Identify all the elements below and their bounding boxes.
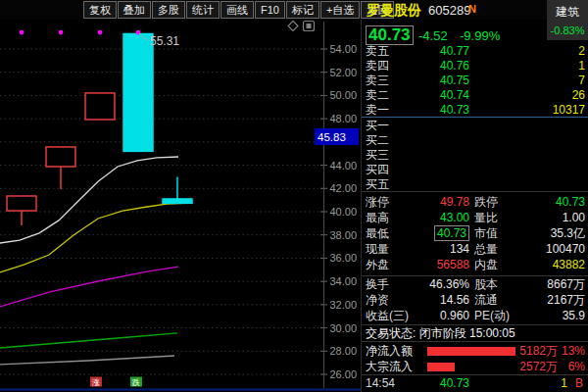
bid-level-row[interactable]: 买二 [362, 133, 588, 148]
stat-label: 股本 [474, 276, 498, 292]
menu-button-标记[interactable]: 标记 [286, 1, 319, 19]
stat-label: 净资 [366, 292, 389, 308]
flow-value: 2572万 [479, 359, 558, 374]
session-status: 交易状态: 闭市阶段 15:00:05 [362, 324, 588, 342]
flow-label: 大宗流入 [366, 359, 413, 374]
industry-board-button[interactable]: 建筑 -0.83% [547, 0, 588, 40]
candlestick-chart[interactable]: 54.0052.0050.0048.0044.0042.0040.0038.00… [0, 20, 361, 392]
stat-row: 换手46.36%股本8667万 [362, 275, 588, 292]
stat-value: 134 [391, 241, 469, 257]
stat-label: 总量 [474, 241, 498, 257]
menu-button-统计[interactable]: 统计 [186, 1, 220, 19]
ask-level-row[interactable]: 卖三40.757 [362, 74, 588, 88]
level-volume: 2 [578, 44, 585, 59]
stat-value: 40.73 [556, 194, 585, 210]
stat-value: 1.00 [563, 210, 585, 225]
axis-label: 26.00 [329, 368, 357, 380]
stat-value: 43882 [553, 257, 585, 272]
price-change-pct: -9.99% [460, 28, 500, 43]
flow-value: 5182万 [479, 343, 558, 359]
axis-label: 34.00 [329, 275, 357, 287]
level-volume: 1 [578, 59, 585, 74]
stats-grid: 涨停49.78跌停40.73最高43.00量比1.00最低40.73市值35.3… [362, 194, 588, 323]
signal-dot [59, 30, 64, 35]
ma-green-line [0, 333, 177, 348]
signal-dot [20, 30, 24, 35]
price-marker-text: 45.83 [318, 131, 346, 143]
stat-label: 跌停 [474, 194, 498, 210]
stat-row: 最低40.73市值35.3亿 [362, 225, 588, 241]
stat-value: 40.73 [391, 225, 469, 241]
axis-label: 28.00 [329, 345, 357, 357]
stat-row: 最高43.00量比1.00 [362, 210, 588, 225]
stat-row: 现量134总量100470 [362, 241, 588, 257]
panel-toggle-icon-inner [307, 24, 312, 28]
axis-label: 54.00 [329, 43, 357, 55]
ma-gray-line [0, 356, 174, 365]
stat-label: 市值 [474, 225, 498, 241]
candle-body [85, 93, 115, 120]
panel-divider [362, 191, 588, 192]
level-price: 40.77 [401, 44, 469, 59]
bid-level-row[interactable]: 买四 [362, 163, 588, 177]
axis-label: 38.00 [329, 229, 357, 241]
stock-code: 605289 [428, 3, 470, 18]
flow-percent: 6% [568, 359, 585, 374]
level-label: 卖四 [366, 59, 389, 74]
level-label: 买四 [366, 163, 389, 177]
menu-button-+自选[interactable]: +自选 [320, 1, 360, 19]
last-price: 40.73 [366, 25, 414, 45]
quote-panel: 40.73 -4.52 -9.99% 卖五40.772卖四40.761卖三40.… [361, 20, 588, 392]
stat-value: 35.3亿 [551, 225, 585, 241]
level-price: 40.73 [401, 103, 469, 118]
price-change: -4.52 [418, 28, 448, 43]
level-label: 卖一 [366, 103, 389, 118]
money-flow-row: 净流入额5182万13% [362, 343, 588, 359]
level-volume: 10317 [553, 103, 585, 118]
orderbook-divider [362, 117, 588, 118]
ask-level-row[interactable]: 卖一40.7310317 [362, 103, 588, 118]
menu-button-F10[interactable]: F10 [255, 1, 285, 19]
tick-side: B [575, 376, 583, 390]
axis-label: 52.00 [329, 67, 357, 78]
bid-level-row[interactable]: 买五 [362, 177, 588, 192]
industry-name: 建筑 [547, 4, 588, 21]
stat-label: PE(动) [474, 308, 510, 323]
stat-value: 43.00 [391, 210, 469, 225]
tick-row: 14:5440.731B [362, 376, 588, 390]
ask-level-row[interactable]: 卖二40.7426 [362, 88, 588, 103]
menu-button-多股[interactable]: 多股 [152, 1, 185, 19]
stat-value: 0.960 [391, 308, 469, 323]
tick-list[interactable]: 14:5440.731B14:5440.731B [362, 376, 588, 392]
bid-level-row[interactable]: 买一 [362, 119, 588, 133]
stat-value: 46.36% [391, 276, 469, 292]
price-annotation: 55.31 [150, 34, 179, 48]
level-label: 买一 [366, 119, 389, 133]
level-label: 买二 [366, 133, 389, 148]
axis-label: 48.00 [329, 113, 357, 124]
legend-down-label: 跌 [132, 378, 140, 387]
menu-button-叠加[interactable]: 叠加 [118, 1, 151, 19]
diamond-icon[interactable] [288, 22, 298, 31]
legend-up-label: 涨 [92, 378, 100, 387]
flow-label: 净流入额 [366, 343, 413, 359]
axis-label: 32.00 [329, 299, 357, 311]
stat-row: 外盘56588内盘43882 [362, 257, 588, 272]
stat-value: 49.78 [391, 194, 469, 210]
ask-level-row[interactable]: 卖四40.761 [362, 59, 588, 74]
ask-levels: 卖五40.772卖四40.761卖三40.757卖二40.7426卖一40.73… [362, 44, 588, 118]
level-price: 40.74 [401, 88, 469, 103]
stat-row: 涨停49.78跌停40.73 [362, 194, 588, 210]
ask-level-row[interactable]: 卖五40.772 [362, 44, 588, 59]
stat-row: 收益(三)0.960PE(动)35.9 [362, 308, 588, 323]
stat-label: 量比 [474, 210, 498, 225]
axis-label: 30.00 [329, 322, 357, 334]
stat-value: 8667万 [547, 276, 585, 292]
menu-button-复权[interactable]: 复权 [83, 1, 117, 19]
stat-label: 现量 [366, 241, 389, 257]
bid-level-row[interactable]: 买三 [362, 148, 588, 163]
flow-bar [427, 363, 455, 371]
stat-row: 净资14.56流通2167万 [362, 292, 588, 308]
stat-label: 最高 [366, 210, 389, 225]
menu-button-画线[interactable]: 画线 [220, 1, 254, 19]
